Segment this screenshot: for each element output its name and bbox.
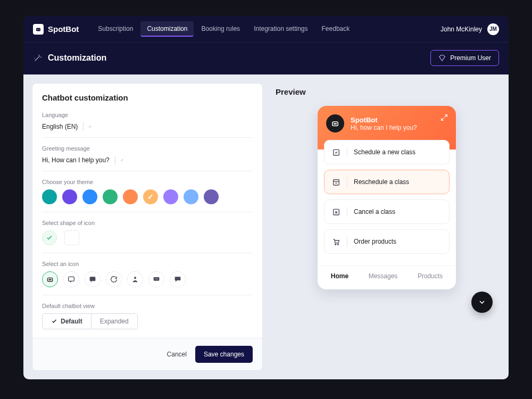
- theme-swatch-7[interactable]: [184, 189, 198, 204]
- language-value: English (EN): [42, 123, 78, 130]
- svg-rect-7: [90, 277, 96, 281]
- edit-language-button[interactable]: [83, 122, 92, 131]
- main-nav: Subscription Customization Booking rules…: [92, 21, 440, 37]
- widget-tab-home[interactable]: Home: [331, 272, 348, 280]
- preview-panel: Preview SpotBot Hi, how can I help you?: [271, 83, 500, 371]
- magic-wand-icon: [33, 53, 43, 63]
- icon-option-speech[interactable]: [85, 271, 101, 287]
- theme-swatch-6[interactable]: [163, 189, 178, 204]
- icon-option-typing[interactable]: [148, 271, 164, 287]
- nav-subscription[interactable]: Subscription: [92, 21, 139, 37]
- widget-tab-messages[interactable]: Messages: [369, 272, 398, 280]
- svg-point-8: [134, 277, 136, 279]
- nav-feedback[interactable]: Feedback: [315, 21, 356, 37]
- action-reschedule-class[interactable]: Reschedule a class: [324, 170, 450, 194]
- language-label: Language: [42, 112, 253, 118]
- theme-swatch-1[interactable]: [62, 189, 77, 204]
- icon-option-bot[interactable]: [42, 271, 58, 287]
- widget-avatar: [326, 114, 344, 132]
- edit-greeting-button[interactable]: [115, 156, 123, 164]
- brand-name: SpotBot: [48, 24, 79, 34]
- svg-point-2: [39, 29, 40, 30]
- svg-point-19: [335, 244, 336, 245]
- diamond-icon: [438, 54, 446, 62]
- svg-point-10: [155, 279, 155, 279]
- svg-point-20: [337, 244, 338, 245]
- default-view-label: Default chatbot view: [42, 303, 253, 309]
- shape-square-option[interactable]: [64, 230, 79, 245]
- svg-point-1: [37, 29, 38, 30]
- panel-footer: Cancel Save changes: [32, 338, 262, 370]
- nav-integration-settings[interactable]: Integration settings: [247, 21, 314, 37]
- action-order-products[interactable]: Order products: [324, 229, 450, 254]
- greeting-value: Hi, How can I help you?: [42, 156, 110, 164]
- user-avatar: JM: [487, 23, 499, 35]
- page-subheader: Customization Premium User: [23, 42, 509, 74]
- user-name: John McKinley: [440, 26, 482, 33]
- svg-point-14: [334, 123, 335, 124]
- brand-icon: [33, 24, 44, 35]
- theme-label: Choose your theme: [42, 179, 253, 185]
- widget-collapse-button[interactable]: [471, 292, 493, 313]
- theme-swatch-3[interactable]: [103, 189, 118, 204]
- cancel-button[interactable]: Cancel: [167, 346, 187, 363]
- icon-option-refresh[interactable]: [106, 271, 122, 287]
- premium-user-label: Premium User: [450, 54, 491, 62]
- nav-customization[interactable]: Customization: [140, 21, 194, 37]
- page-title: Customization: [48, 53, 106, 63]
- premium-user-button[interactable]: Premium User: [430, 50, 499, 66]
- svg-point-4: [49, 279, 49, 280]
- svg-rect-17: [334, 179, 339, 185]
- user-menu[interactable]: John McKinley JM: [440, 23, 499, 35]
- theme-swatch-5[interactable]: [143, 189, 158, 204]
- theme-swatch-0[interactable]: [42, 189, 57, 204]
- svg-point-5: [51, 279, 51, 280]
- theme-swatch-2[interactable]: [82, 189, 97, 204]
- widget-bot-name: SpotBot: [351, 116, 417, 124]
- action-cancel-class[interactable]: Cancel a class: [324, 200, 450, 224]
- widget-tabs: Home Messages Products: [318, 265, 456, 289]
- brand: SpotBot: [33, 24, 79, 35]
- shape-circle-option[interactable]: [42, 230, 57, 245]
- greeting-label: Greeting message: [42, 145, 253, 152]
- icon-option-bubble[interactable]: [170, 271, 186, 287]
- view-segmented-control: Default Expanded: [42, 313, 138, 329]
- chatbot-widget: SpotBot Hi, how can I help you? Schedule…: [318, 106, 456, 289]
- shape-label: Select shape of icon: [42, 220, 253, 226]
- view-option-default[interactable]: Default: [43, 314, 91, 329]
- widget-tab-products[interactable]: Products: [418, 272, 443, 280]
- nav-booking-rules[interactable]: Booking rules: [195, 21, 246, 37]
- action-schedule-class[interactable]: Schedule a new class: [324, 140, 450, 164]
- theme-swatches: [42, 189, 253, 204]
- canvas: Chatbot customization Language English (…: [23, 74, 509, 379]
- top-header: SpotBot Subscription Customization Booki…: [23, 16, 509, 42]
- view-option-expanded[interactable]: Expanded: [91, 314, 137, 329]
- svg-point-12: [157, 279, 157, 279]
- theme-swatch-8[interactable]: [204, 189, 219, 204]
- svg-rect-6: [69, 277, 74, 281]
- panel-title: Chatbot customization: [42, 93, 253, 102]
- preview-title: Preview: [276, 87, 498, 96]
- icon-option-chat[interactable]: [63, 271, 79, 287]
- customization-panel: Chatbot customization Language English (…: [32, 83, 263, 371]
- icon-option-user[interactable]: [127, 271, 143, 287]
- svg-rect-0: [36, 28, 40, 31]
- widget-bot-greeting: Hi, how can I help you?: [351, 124, 417, 131]
- expand-icon[interactable]: [440, 113, 448, 122]
- theme-swatch-4[interactable]: [123, 189, 138, 204]
- svg-point-15: [336, 123, 337, 124]
- icon-row-label: Select an icon: [42, 261, 253, 267]
- save-changes-button[interactable]: Save changes: [195, 346, 253, 363]
- svg-point-11: [156, 279, 156, 279]
